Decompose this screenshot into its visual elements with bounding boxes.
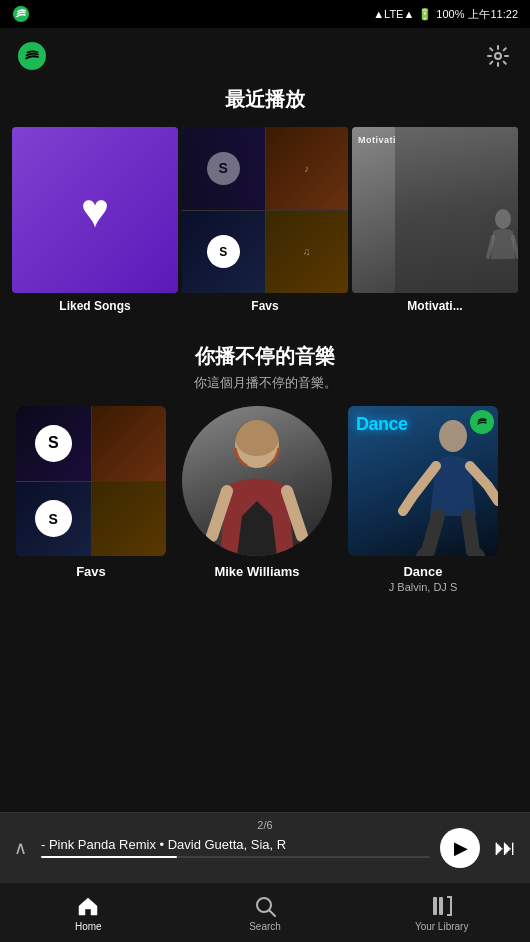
track-info: - Pink Panda Remix • David Guetta, Sia, … [41,837,430,858]
expand-button[interactable]: ∧ [14,837,27,859]
svg-line-7 [270,910,276,916]
bottom-navigation: Home Search Your Library [0,882,530,942]
mike-name: Mike Williams [182,564,332,579]
spotify-icon [23,47,41,65]
spotify-small-icon [476,416,488,428]
motivation-thumb: Motivati [352,127,518,293]
playback-controls: ▶ ⏭ [440,828,516,868]
collage-cell-2: ♪ [266,127,349,210]
motivation-bg: Motivati [352,127,518,293]
page-indicator: 2/6 [257,819,272,831]
svg-point-1 [495,53,501,59]
person-silhouette [483,209,518,279]
svg-point-5 [439,420,467,452]
status-right: ▲LTE▲ 🔋 100% 上午11:22 [373,7,518,22]
battery-icon: 🔋 [418,8,432,21]
motivation-label: Motivati... [407,299,462,313]
favs-thumb: S ♪ S ♫ [182,127,348,293]
svg-point-4 [235,420,279,456]
recent-plays-title: 最近播放 [0,86,530,113]
network-indicator: ▲LTE▲ [373,8,414,20]
non-stop-card-dance[interactable]: Dance [348,406,498,593]
skip-next-button[interactable]: ⏭ [494,835,516,861]
recent-plays-grid: ♥ Liked Songs S ♪ [0,127,530,313]
main-content: 最近播放 ♥ Liked Songs S [0,28,530,812]
non-stop-card-mike[interactable]: Mike Williams [182,406,332,593]
library-icon [430,894,454,918]
favs2-collage: S S [16,406,166,556]
svg-point-2 [495,209,511,229]
non-stop-section: 你播不停的音樂 你這個月播不停的音樂。 S [0,343,530,593]
non-stop-card-favs[interactable]: S S [16,406,166,593]
library-label: Your Library [415,921,469,932]
collage-cell-1: S [182,127,265,210]
play-pause-button[interactable]: ▶ [440,828,480,868]
collage-cell-4: ♫ [266,211,349,294]
play-icon: ▶ [454,837,468,859]
svg-rect-8 [433,897,437,915]
home-icon [76,894,100,918]
nav-search[interactable]: Search [177,883,354,942]
favs-label: Favs [251,299,278,313]
s-logo-3: S [35,425,72,462]
recent-item-favs[interactable]: S ♪ S ♫ [182,127,348,313]
recent-item-liked-songs[interactable]: ♥ Liked Songs [12,127,178,313]
search-label: Search [249,921,281,932]
status-bar: ▲LTE▲ 🔋 100% 上午11:22 [0,0,530,28]
heart-icon: ♥ [81,183,110,238]
liked-songs-label: Liked Songs [59,299,130,313]
mike-figure [182,406,332,556]
collage-cell-3: S [182,211,265,294]
svg-rect-9 [439,897,443,915]
settings-button[interactable] [484,42,512,70]
spotify-status-icon [12,5,30,23]
dance-name: Dance [348,564,498,579]
nav-home[interactable]: Home [0,883,177,942]
non-stop-title: 你播不停的音樂 [0,343,530,370]
track-text: - Pink Panda Remix • David Guetta, Sia, … [41,837,430,852]
liked-songs-bg: ♥ [12,127,178,293]
nav-library[interactable]: Your Library [353,883,530,942]
home-label: Home [75,921,102,932]
clock: 上午11:22 [468,7,518,22]
liked-songs-thumb: ♥ [12,127,178,293]
non-stop-subtitle: 你這個月播不停的音樂。 [0,374,530,392]
dance-thumb: Dance [348,406,498,556]
status-left [12,5,30,23]
now-playing-bar[interactable]: 2/6 ∧ - Pink Panda Remix • David Guetta,… [0,812,530,882]
search-icon [253,894,277,918]
progress-fill [41,856,177,858]
battery-percent: 100% [436,8,464,20]
s-logo-2: S [207,235,240,268]
non-stop-list: S S [0,406,530,593]
dance-sub: J Balvin, DJ S [348,581,498,593]
s-logo-4: S [35,500,72,537]
spotify-logo [18,42,46,70]
mike-thumb [182,406,332,556]
gear-icon [486,44,510,68]
app-header [0,28,530,76]
progress-bar [41,856,430,858]
favs-collage: S ♪ S ♫ [182,127,348,293]
recent-item-motivation[interactable]: Motivati Motivati... [352,127,518,313]
favs2-name: Favs [16,564,166,579]
favs2-thumb: S S [16,406,166,556]
